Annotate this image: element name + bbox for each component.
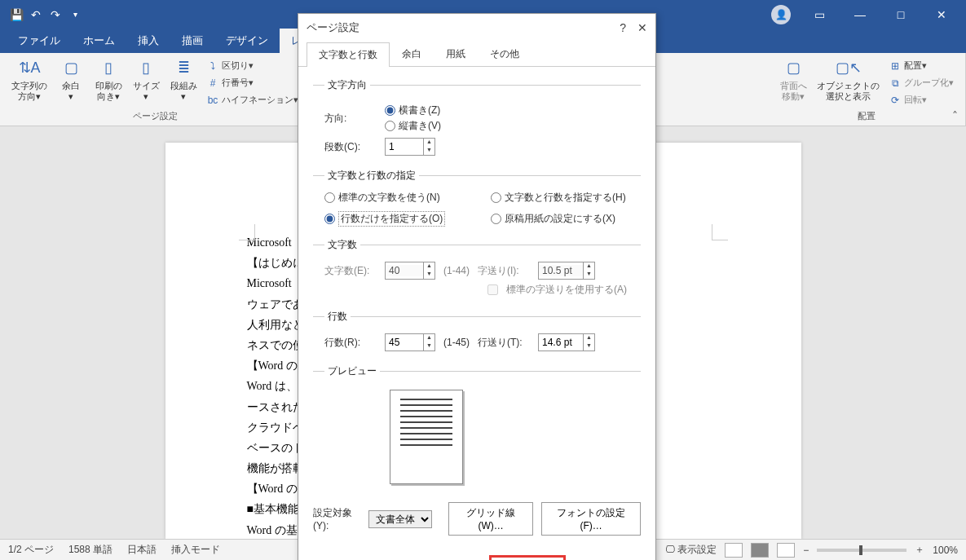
- legend-preview: プレビュー: [324, 364, 380, 378]
- dialog-title: ページ設定: [307, 20, 359, 35]
- section-preview: プレビュー: [313, 364, 641, 496]
- legend-direction: 文字方向: [324, 78, 370, 92]
- web-layout-icon[interactable]: [777, 543, 795, 558]
- send-backward-icon: ▢: [783, 58, 804, 79]
- label-chars: 文字数(E):: [324, 264, 377, 278]
- margins-button[interactable]: ▢余白 ▾: [54, 56, 88, 104]
- save-icon[interactable]: 💾: [10, 8, 23, 21]
- radio-specify-both[interactable]: [491, 192, 501, 203]
- section-grid-spec: 文字数と行数の指定 標準の文字数を使う(N) 文字数と行数を指定する(H) 行数…: [313, 169, 641, 235]
- legend-spec: 文字数と行数の指定: [324, 169, 419, 183]
- status-language[interactable]: 日本語: [127, 543, 157, 557]
- rotate-icon: ⟳: [889, 95, 901, 106]
- hyphenation-button[interactable]: bcハイフネーション▾: [204, 92, 302, 108]
- breaks-button[interactable]: ⤵区切り▾: [204, 58, 302, 73]
- dialog-tab-grid[interactable]: 文字数と行数: [307, 42, 390, 67]
- hyphenation-icon: bc: [207, 95, 218, 106]
- redo-icon[interactable]: ↷: [49, 8, 62, 21]
- chars-input: [386, 265, 423, 276]
- lines-input[interactable]: [386, 337, 423, 348]
- grid-lines-button[interactable]: グリッド線(W)…: [448, 502, 533, 536]
- lines-spinner[interactable]: ▲▼: [385, 333, 435, 351]
- label-lines: 行数(R):: [324, 336, 377, 350]
- columns-spinner[interactable]: ▲▼: [385, 138, 435, 156]
- line-numbers-icon: #: [207, 77, 218, 89]
- radio-vertical[interactable]: [385, 121, 395, 131]
- line-pitch-input[interactable]: [539, 337, 583, 348]
- ribbon-group-arrange: ▢背面へ 移動▾ ▢↖オブジェクトの 選択と表示 ⊞配置▾ ⧉グループ化▾ ⟳回…: [768, 53, 966, 126]
- section-text-direction: 文字方向 方向: 横書き(Z) 縦書き(V) 段数(C): ▲▼: [313, 78, 641, 165]
- font-settings-button[interactable]: フォントの設定(F)…: [541, 502, 641, 536]
- checkbox-default-pitch: [487, 284, 498, 295]
- status-page[interactable]: 1/2 ページ: [8, 543, 54, 557]
- ribbon-display-icon[interactable]: ▭: [807, 8, 831, 21]
- radio-manuscript[interactable]: [491, 214, 501, 224]
- dialog-tab-margins[interactable]: 余白: [390, 42, 434, 66]
- tab-insert[interactable]: 挿入: [126, 29, 170, 53]
- selection-pane-button[interactable]: ▢↖オブジェクトの 選択と表示: [814, 56, 883, 104]
- line-numbers-button[interactable]: #行番号▾: [204, 75, 302, 90]
- qat-dropdown-icon[interactable]: ▾: [68, 8, 82, 21]
- label-line-pitch: 行送り(T):: [478, 336, 530, 350]
- tab-design[interactable]: デザイン: [214, 29, 280, 53]
- undo-icon[interactable]: ↶: [29, 8, 42, 21]
- print-layout-icon[interactable]: [751, 543, 769, 558]
- align-icon: ⊞: [889, 60, 901, 72]
- display-settings-button[interactable]: 🖵 表示設定: [665, 543, 717, 557]
- radio-default-chars-label: 標準の文字数を使う(N): [338, 191, 440, 205]
- close-window-icon[interactable]: ✕: [929, 8, 954, 21]
- dialog-tab-other[interactable]: その他: [478, 42, 532, 66]
- read-mode-icon[interactable]: [725, 543, 743, 558]
- size-button[interactable]: ▯サイズ ▾: [129, 56, 163, 104]
- selection-pane-icon: ▢↖: [838, 58, 859, 79]
- collapse-ribbon-icon[interactable]: ˄: [952, 109, 958, 122]
- zoom-in-button[interactable]: ＋: [915, 543, 924, 557]
- chars-spinner: ▲▼: [385, 262, 435, 280]
- preview-thumbnail: [390, 390, 463, 484]
- zoom-slider[interactable]: [817, 549, 906, 552]
- orientation-button[interactable]: ▯印刷の 向き▾: [91, 56, 126, 104]
- apply-to-select[interactable]: 文書全体: [368, 510, 432, 528]
- size-icon: ▯: [135, 58, 157, 79]
- char-pitch-spinner: ▲▼: [538, 262, 595, 280]
- label-columns: 段数(C):: [324, 140, 377, 154]
- columns-input[interactable]: [386, 141, 423, 152]
- text-direction-button[interactable]: ⇅A文字列の 方向▾: [8, 56, 51, 104]
- section-lines: 行数 行数(R): ▲▼ (1-45) 行送り(T): ▲▼: [313, 310, 641, 361]
- section-characters: 文字数 文字数(E): ▲▼ (1-44) 字送り(I): ▲▼ 標準の字送りを…: [313, 238, 641, 306]
- radio-default-chars[interactable]: [324, 192, 335, 203]
- chars-range: (1-44): [443, 265, 470, 276]
- maximize-icon[interactable]: □: [889, 8, 913, 21]
- dialog-tabs: 文字数と行数 余白 用紙 その他: [298, 42, 655, 67]
- radio-lines-only-label: 行数だけを指定する(O): [338, 211, 445, 227]
- group-label-arrange: 配置: [776, 108, 957, 124]
- group-icon: ⧉: [889, 77, 901, 89]
- zoom-out-button[interactable]: −: [803, 545, 809, 556]
- dialog-tab-paper[interactable]: 用紙: [434, 42, 478, 66]
- user-avatar[interactable]: 👤: [771, 5, 791, 24]
- minimize-icon[interactable]: —: [848, 8, 872, 21]
- monitor-icon: 🖵: [665, 544, 675, 555]
- radio-horizontal[interactable]: [385, 105, 395, 116]
- columns-button[interactable]: ≣段組み ▾: [166, 56, 201, 104]
- label-apply-to: 設定対象(Y):: [313, 506, 360, 531]
- status-words[interactable]: 1588 単語: [68, 543, 112, 557]
- legend-chars: 文字数: [324, 238, 360, 252]
- dialog-close-icon[interactable]: ✕: [637, 21, 647, 34]
- align-button[interactable]: ⊞配置▾: [886, 58, 957, 73]
- send-backward-button: ▢背面へ 移動▾: [776, 56, 810, 104]
- radio-lines-only[interactable]: [324, 214, 335, 224]
- rotate-button: ⟳回転▾: [886, 92, 957, 108]
- char-pitch-input: [539, 265, 583, 276]
- zoom-level[interactable]: 100%: [933, 545, 958, 556]
- tab-home[interactable]: ホーム: [72, 29, 126, 53]
- radio-horizontal-label: 横書き(Z): [399, 104, 440, 117]
- status-insert-mode[interactable]: 挿入モード: [171, 543, 220, 557]
- ok-highlight: OK: [489, 555, 566, 560]
- checkbox-default-pitch-label: 標準の字送りを使用する(A): [506, 283, 627, 297]
- line-pitch-spinner[interactable]: ▲▼: [538, 333, 595, 351]
- tab-draw[interactable]: 描画: [170, 29, 214, 53]
- orientation-icon: ▯: [98, 58, 119, 79]
- tab-file[interactable]: ファイル: [7, 29, 72, 53]
- dialog-help-icon[interactable]: ?: [620, 21, 626, 34]
